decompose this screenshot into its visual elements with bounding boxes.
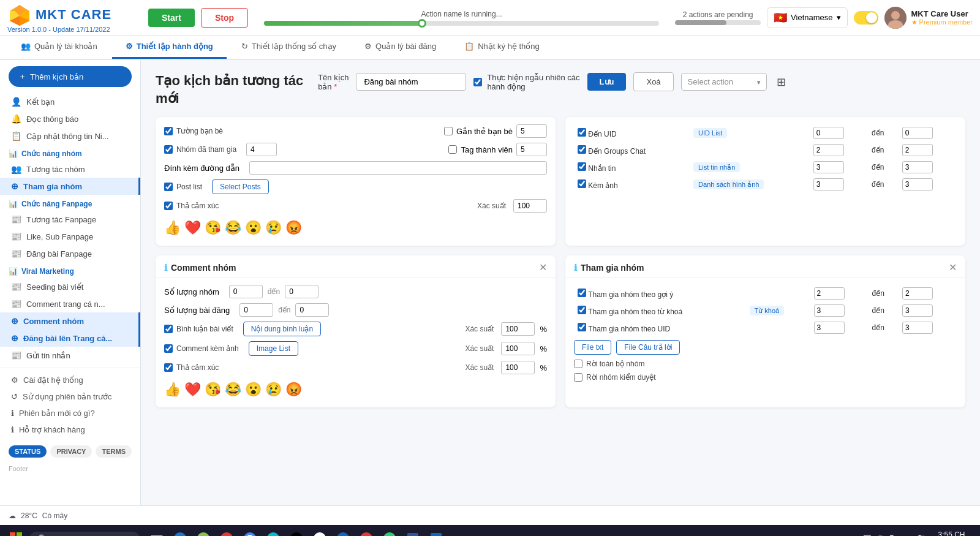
taskbar-mkt[interactable]: MKT: [425, 527, 447, 536]
search-bar[interactable]: 🔍 Search: [29, 532, 140, 537]
so-luong-nhom-min[interactable]: [229, 285, 263, 298]
sidebar-item-dang-bai-fanpage[interactable]: 📰 Đăng bài Fanpage: [0, 245, 140, 262]
nhan-tin-min[interactable]: [813, 161, 844, 173]
grid-view-icon[interactable]: ⊞: [774, 73, 788, 91]
taskbar-app4[interactable]: ✉: [216, 527, 238, 536]
post-list-checkbox[interactable]: [164, 183, 173, 191]
binh-luan-xac-suat-input[interactable]: [501, 322, 535, 336]
file-cau-tra-loi-button[interactable]: File Câu trả lời: [616, 340, 680, 355]
theo-goi-y-checkbox[interactable]: [578, 289, 586, 297]
stop-button[interactable]: Stop: [201, 8, 248, 28]
tham-gia-nhom-close-button[interactable]: ✕: [949, 262, 957, 273]
ten-kich-ban-input[interactable]: [356, 73, 466, 91]
language-button[interactable]: 🇻🇳 Vietnamese ▾: [767, 7, 847, 28]
tab-posts[interactable]: ⚙ Quản lý bài đăng: [351, 36, 450, 59]
tab-account[interactable]: 👥 Quản lý tài khoản: [7, 36, 111, 59]
roi-toan-bo-checkbox[interactable]: [574, 360, 582, 368]
sidebar-item-seeding[interactable]: 📰 Seeding bài viết: [0, 278, 140, 295]
toggle-button[interactable]: [854, 11, 878, 25]
sidebar-item-phien-ban[interactable]: ℹ Phiên bản mới có gì?: [0, 405, 140, 421]
emoji-wow-b[interactable]: 😮: [245, 382, 262, 398]
sidebar-item-cap-nhat[interactable]: 📋 Cập nhật thông tin Ni...: [0, 127, 140, 145]
emoji-heart[interactable]: ❤️: [184, 220, 201, 236]
tag-thanh-vien-input[interactable]: [516, 143, 547, 156]
so-luong-bai-max[interactable]: [295, 303, 329, 317]
uid-min[interactable]: [814, 322, 845, 334]
tu-khoa-min[interactable]: [814, 304, 845, 317]
tha-cam-xuc-checkbox[interactable]: [164, 202, 173, 210]
taskbar-badge1[interactable]: 9+: [355, 527, 377, 536]
xoa-button[interactable]: Xoá: [633, 72, 673, 91]
select-action[interactable]: Select action: [681, 73, 767, 91]
groups-max[interactable]: [902, 144, 933, 156]
taskbar-vpn[interactable]: VPN: [332, 527, 354, 536]
goi-y-min[interactable]: [814, 287, 845, 300]
add-scenario-button[interactable]: ＋ Thêm kịch bản: [9, 66, 132, 87]
sidebar-item-ket-ban[interactable]: 👤 Kết bạn: [0, 93, 140, 110]
status-button[interactable]: STATUS: [9, 445, 47, 458]
tu-khoa-max[interactable]: [902, 304, 933, 317]
nhom-tham-gia-checkbox[interactable]: [164, 145, 173, 154]
emoji-haha-b[interactable]: 😂: [225, 382, 241, 398]
sidebar-item-doc-thong-bao[interactable]: 🔔 Đọc thông báo: [0, 110, 140, 127]
so-luong-nhom-max[interactable]: [285, 285, 318, 298]
tab-logs[interactable]: 📋 Nhật ký hệ thống: [451, 36, 553, 59]
gan-the-input[interactable]: [516, 124, 547, 138]
goi-y-max[interactable]: [902, 287, 933, 300]
taskbar-tiktok[interactable]: ♪: [285, 527, 307, 536]
comment-kem-anh-checkbox[interactable]: [164, 344, 173, 353]
noi-dung-binh-luan-button[interactable]: Nội dung bình luận: [243, 322, 321, 336]
luu-button[interactable]: Lưu: [587, 73, 627, 91]
den-uid-checkbox[interactable]: [578, 128, 586, 137]
den-groups-checkbox[interactable]: [578, 145, 586, 154]
start-button[interactable]: Start: [148, 9, 195, 27]
tuong-ban-be-checkbox[interactable]: [164, 127, 173, 135]
tab-stats[interactable]: ↻ Thiết lập thống số chạy: [228, 36, 350, 59]
xac-suat-input[interactable]: [513, 199, 547, 213]
sidebar-item-su-dung[interactable]: ↺ Sử dụng phiên bản trước: [0, 388, 140, 405]
emoji-heart-b[interactable]: ❤️: [184, 382, 201, 398]
taskbar-chrome[interactable]: [239, 527, 261, 536]
taskbar-video-call[interactable]: ▶: [169, 527, 191, 536]
comment-kem-anh-xac-suat-input[interactable]: [501, 342, 535, 355]
sidebar-item-tham-gia-nhom[interactable]: ⊕ Tham gia nhóm: [0, 178, 140, 195]
so-luong-bai-min[interactable]: [239, 303, 273, 317]
sidebar-item-comment-nhom[interactable]: ⊕ Comment nhóm: [0, 312, 140, 330]
tag-thanh-vien-checkbox[interactable]: [448, 145, 457, 154]
sidebar-item-tuong-tac-fanpage[interactable]: 📰 Tương tác Fanpage: [0, 211, 140, 228]
sidebar-item-tuong-tac-nhom[interactable]: 👥 Tương tác nhóm: [0, 160, 140, 178]
den-uid-min[interactable]: [813, 127, 844, 139]
den-uid-max[interactable]: [902, 127, 933, 139]
emoji-sad-b[interactable]: 😢: [265, 382, 282, 398]
emoji-angry-b[interactable]: 😡: [285, 382, 302, 398]
sidebar-item-like-sub[interactable]: 📰 Like, Sub Fanpage: [0, 228, 140, 245]
emoji-kiss[interactable]: 😘: [205, 220, 221, 236]
taskbar-whatsapp[interactable]: ✉: [379, 527, 401, 536]
taskbar-apps[interactable]: ♪: [192, 527, 214, 536]
nhan-tin-max[interactable]: [902, 161, 933, 173]
binh-luan-checkbox[interactable]: [164, 325, 173, 333]
privacy-button[interactable]: PRIVACY: [50, 445, 92, 458]
taskbar-app6[interactable]: G: [262, 527, 284, 536]
sidebar-item-comment-ca[interactable]: 📰 Comment trang cá n...: [0, 295, 140, 312]
theo-uid-checkbox[interactable]: [578, 323, 586, 331]
tha-cam-xuc-bottom-checkbox[interactable]: [164, 363, 173, 372]
uid-max[interactable]: [902, 322, 933, 334]
start-menu-button[interactable]: [5, 527, 27, 536]
terms-button[interactable]: TERMS: [96, 445, 132, 458]
gan-the-checkbox[interactable]: [444, 127, 453, 135]
comment-nhom-close-button[interactable]: ✕: [539, 262, 547, 273]
nhom-tham-gia-input[interactable]: [246, 143, 277, 156]
random-checkbox[interactable]: [473, 78, 482, 86]
nhan-tin-checkbox[interactable]: [578, 162, 586, 171]
emoji-like[interactable]: 👍: [164, 220, 181, 236]
dinh-kem-input[interactable]: [249, 161, 547, 175]
emoji-like-b[interactable]: 👍: [164, 382, 181, 398]
emoji-angry[interactable]: 😡: [285, 220, 302, 236]
groups-min[interactable]: [813, 144, 844, 156]
tab-setup[interactable]: ⚙ Thiết lập hành động: [112, 36, 227, 59]
emoji-sad[interactable]: 😢: [265, 220, 282, 236]
emoji-kiss-b[interactable]: 😘: [205, 382, 221, 398]
sidebar-item-ho-tro[interactable]: ℹ Hỗ trợ khách hàng: [0, 421, 140, 438]
user-area[interactable]: MKT Care User ★ Premium member: [884, 7, 973, 29]
